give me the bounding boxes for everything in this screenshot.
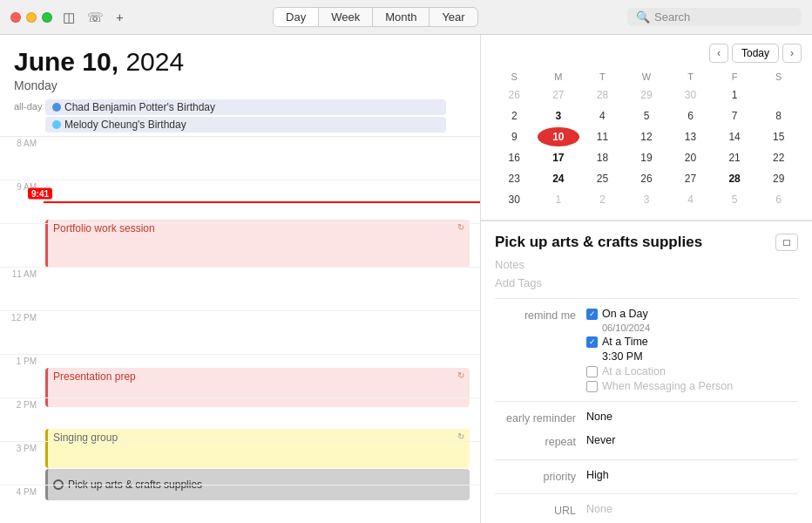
mini-cal-day[interactable]: 30 [669,85,712,105]
maximize-button[interactable] [42,12,52,23]
view-week-button[interactable]: Week [319,8,373,26]
mini-cal-day[interactable]: 30 [493,190,536,209]
detail-divider-1 [495,298,798,299]
mini-cal-day[interactable]: 4 [669,190,712,209]
calendar-day-view: June 10, 2024 Monday all-day Chad Benjam… [0,35,481,523]
remind-on-day: ✓ On a Day [586,308,798,320]
event-notes-field[interactable]: Notes [495,258,798,271]
remind-at-time: ✓ At a Time [586,336,798,348]
remind-on-day-label: On a Day [602,308,648,320]
allday-event-1[interactable]: Melody Cheung's Birthday [45,117,446,132]
mini-cal-day[interactable]: 26 [626,169,668,188]
mini-cal-day[interactable]: 2 [493,106,536,126]
repeat-value: Never [586,434,798,446]
minimize-button[interactable] [26,12,37,23]
mini-cal-day[interactable]: 28 [714,169,756,188]
mini-cal-day[interactable]: 28 [581,85,624,105]
mini-cal-week-4: 16 17 18 19 20 21 22 [493,148,800,167]
checkbox-at-location[interactable] [586,366,598,377]
mini-cal-day[interactable]: 21 [714,148,756,167]
mini-cal-day[interactable]: 1 [538,190,580,209]
calendar-header: June 10, 2024 Monday [0,35,480,96]
remind-me-value: ✓ On a Day 06/10/2024 ✓ At a Time 3:30 P… [586,308,798,392]
early-reminder-row: early reminder None [495,407,798,431]
remind-at-time-label: At a Time [602,336,648,348]
mini-cal-day[interactable]: 11 [581,127,624,146]
mini-cal-day[interactable]: 29 [626,85,668,105]
url-value[interactable]: None [586,503,798,515]
time-label-3pm: 3 PM [0,442,44,485]
next-month-button[interactable]: › [782,44,802,63]
inbox-icon[interactable]: ☏ [87,10,104,25]
mini-cal-day[interactable]: 22 [757,148,800,167]
mini-cal-day-today[interactable]: 10 [538,127,580,146]
view-year-button[interactable]: Year [430,8,477,26]
mini-cal-day[interactable]: 15 [757,127,800,146]
mini-cal-day[interactable]: 17 [538,148,580,167]
checkbox-on-day[interactable]: ✓ [586,309,598,320]
time-row-4pm: 4 PM [0,486,480,523]
mini-cal-day[interactable]: 6 [757,190,800,209]
sidebar-icon[interactable]: ◫ [63,10,75,25]
mini-cal-day[interactable]: 12 [626,127,668,146]
checkbox-when-messaging[interactable] [586,381,598,392]
mini-cal-day[interactable]: 24 [538,169,580,188]
allday-event-title-0: Chad Benjamin Potter's Birthday [64,101,215,113]
calendar-date: June 10, 2024 [14,47,466,77]
mini-cal-day[interactable]: 2 [581,190,624,209]
prev-month-button[interactable]: ‹ [709,44,728,63]
allday-label: all-day [14,101,42,112]
mini-cal-day[interactable]: 16 [493,148,536,167]
mini-cal-day[interactable]: 7 [714,106,756,126]
time-row-3pm: 3 PM [0,442,480,486]
mini-cal-day[interactable]: 19 [626,148,668,167]
allday-event-0[interactable]: Chad Benjamin Potter's Birthday [45,99,446,115]
time-label-9am: 9 AM [0,180,44,223]
event-dot-blue [52,103,61,112]
search-label: Search [654,10,690,24]
remind-at-location-label: At a Location [602,365,666,377]
mini-calendar: ‹ Today › S M T W T F S [481,35,812,221]
mini-cal-week-2: 2 3 4 5 6 7 8 [493,106,800,126]
time-grid: 9:41 ↻ Portfolio work session ↻ Presenta… [0,137,480,523]
mini-cal-day[interactable]: 25 [581,169,624,188]
mini-cal-day[interactable]: 5 [626,106,668,126]
note-icon-button[interactable]: □ [775,234,798,251]
mini-cal-day[interactable]: 18 [581,148,624,167]
time-row-8am: 8 AM [0,137,480,180]
time-row-1pm: 1 PM [0,355,480,398]
mini-cal-day[interactable]: 20 [669,148,712,167]
detail-divider-3 [495,459,798,460]
search-bar[interactable]: 🔍 Search [627,8,802,26]
mini-cal-day[interactable]: 14 [714,127,756,146]
mini-cal-day[interactable]: 4 [581,106,624,126]
mini-cal-day[interactable]: 27 [669,169,712,188]
mini-cal-day[interactable]: 1 [714,85,756,105]
priority-label: priority [495,469,586,486]
mini-cal-day[interactable]: 26 [493,85,536,105]
col-fri: F [714,70,756,84]
mini-cal-day[interactable]: 5 [714,190,756,209]
event-detail-header: Pick up arts & crafts supplies □ [495,234,798,251]
allday-event-title-1: Melody Cheung's Birthday [64,119,186,131]
mini-cal-day[interactable]: 6 [669,106,712,126]
mini-cal-day[interactable]: 23 [493,169,536,188]
right-panel: ‹ Today › S M T W T F S [481,35,812,523]
mini-cal-day[interactable] [757,85,800,105]
mini-cal-day[interactable]: 13 [669,127,712,146]
mini-cal-day[interactable]: 9 [493,127,536,146]
mini-cal-day[interactable]: 3 [538,106,580,126]
add-icon[interactable]: + [116,10,124,25]
checkbox-at-time[interactable]: ✓ [586,336,598,348]
close-button[interactable] [10,12,21,23]
view-month-button[interactable]: Month [373,8,430,26]
mini-cal-day[interactable]: 3 [626,190,668,209]
mini-cal-day[interactable]: 27 [538,85,580,105]
mini-cal-day[interactable]: 8 [757,106,800,126]
col-wed: W [626,70,668,84]
main-content: June 10, 2024 Monday all-day Chad Benjam… [0,35,812,523]
today-button[interactable]: Today [732,44,779,63]
view-day-button[interactable]: Day [274,8,319,26]
event-tags-field[interactable]: Add Tags [495,276,798,289]
mini-cal-day[interactable]: 29 [757,169,800,188]
